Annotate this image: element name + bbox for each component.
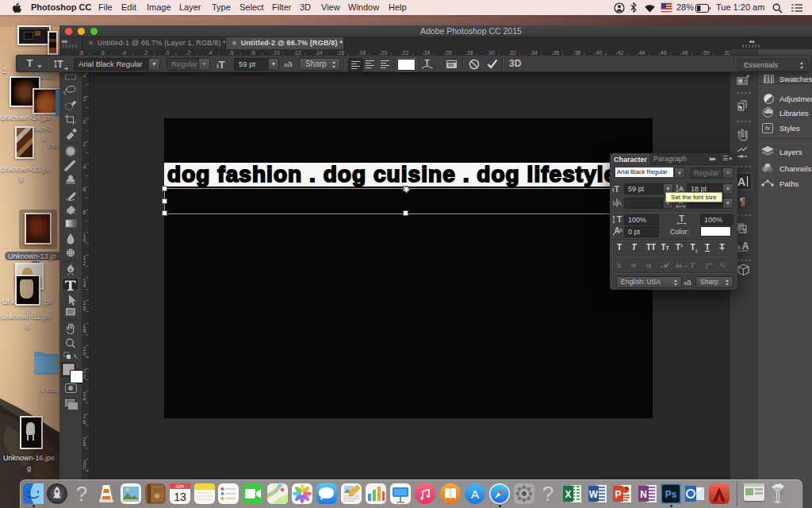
svg-text:A: A (617, 199, 622, 207)
svg-text:¶: ¶ (739, 195, 745, 207)
svg-text:A: A (471, 487, 479, 501)
svg-text:APR: APR (176, 484, 185, 489)
svg-text:P: P (615, 489, 621, 500)
svg-text:¶: ¶ (743, 227, 746, 234)
svg-text:?: ? (76, 483, 87, 505)
svg-text:a: a (619, 227, 622, 233)
svg-text:?: ? (542, 483, 553, 505)
svg-text:T: T (679, 214, 684, 223)
svg-text:T: T (617, 214, 622, 224)
svg-text:A: A (742, 241, 749, 252)
svg-text:N: N (640, 489, 647, 500)
svg-text:A: A (737, 175, 745, 188)
svg-text:Ps: Ps (665, 489, 677, 500)
svg-text:T: T (57, 59, 63, 70)
svg-text:13: 13 (174, 491, 186, 503)
svg-text:X: X (565, 489, 571, 500)
svg-text:W: W (589, 489, 599, 500)
